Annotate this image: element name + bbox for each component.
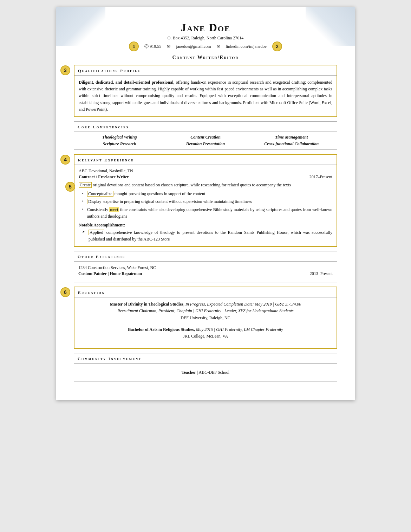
linkedin-url: linkedin.com/in/janedoe — [226, 44, 267, 49]
other-experience-header: Other Experience — [74, 251, 337, 262]
community-header: Community Involvement — [74, 353, 337, 364]
comp-item-2: Time Management — [250, 135, 333, 140]
qualifications-text: Diligent, dedicated, and detail-oriented… — [79, 79, 332, 113]
competencies-grid: Theological Writing Content Creation Tim… — [74, 132, 337, 149]
edu-line3-0: DEF University, Raleigh, NC — [181, 315, 230, 320]
notable-label: Notable Accomplishment: — [79, 223, 332, 228]
email-icon: ✉ — [167, 44, 170, 49]
qualifications-section-wrapper: 3 Qualifications Profile Diligent, dedic… — [74, 65, 337, 117]
edu-line2-0: Recruitment Chairman, President, Chaplai… — [117, 308, 293, 313]
community-text: Teacher | ABC-DEF School — [78, 367, 333, 378]
education-section-wrapper: 6 Education Master of Divinity in Theolo… — [74, 287, 337, 349]
annotation-badge-4: 4 — [60, 155, 70, 165]
relevant-experience-header: Relevant Experience — [74, 155, 337, 165]
annotation-badge-3: 3 — [60, 65, 70, 75]
conceptualize-highlight: Conceptualize — [87, 191, 113, 197]
edu-detail-1: May 2015 | GHI Fraternity, LM Chapter Fr… — [195, 327, 283, 332]
display-highlight: Display — [87, 199, 102, 204]
comp-item-5: Cross-functional Collaboration — [250, 141, 333, 147]
comp-item-3: Scripture Research — [78, 141, 161, 147]
annotation-badge-6: 6 — [60, 287, 70, 297]
edu-entry-1: Bachelor of Arts in Religious Studies, M… — [79, 326, 332, 340]
candidate-name: Jane Doe — [74, 21, 337, 34]
bullet-3: Consistently meet time constraints while… — [81, 206, 332, 220]
competencies-title: Core Competencies — [78, 125, 129, 129]
relevant-experience-content: ABC Devotional, Nashville, TN Contract /… — [74, 165, 337, 246]
other-job-title-0: Custom Painter | Home Repairman — [78, 271, 142, 276]
main-bullet-text: Create original devotions and content ba… — [79, 182, 332, 188]
comp-item-0: Theological Writing — [78, 135, 161, 140]
job-title: Content Writer/Editor — [74, 55, 337, 60]
other-experience-title: Other Experience — [78, 255, 125, 259]
qualifications-section: Qualifications Profile Diligent, dedicat… — [74, 65, 337, 117]
other-job-org-0: 1234 Construction Services, Wake Forest,… — [78, 265, 333, 270]
job-date-0: 2017–Present — [309, 174, 332, 180]
linkedin-icon: ✉ — [217, 44, 220, 49]
address-line: O. Box 4352, Raleigh, North Carolina 276… — [74, 36, 337, 41]
job-org-0: ABC Devotional, Nashville, TN — [79, 168, 332, 174]
edu-degree-0: Master of Divinity in Theological Studie… — [110, 302, 183, 307]
bullet-2: Display expertise in preparing original … — [81, 198, 332, 205]
edu-entry-0: Master of Divinity in Theological Studie… — [79, 301, 332, 321]
qualifications-content: Diligent, dedicated, and detail-oriented… — [74, 76, 337, 116]
notable-bullets: Applied comprehensive knowledge of theol… — [79, 229, 332, 243]
edu-detail-0: , In Progress, Expected Completion Date:… — [183, 302, 301, 307]
job-title-0: Contract / Freelance Writer — [79, 174, 129, 180]
create-highlight: Create — [79, 182, 92, 188]
qualifications-header: Qualifications Profile — [74, 65, 337, 76]
community-title: Community Involvement — [78, 357, 142, 361]
bullet-1: Conceptualize thought-provoking question… — [81, 191, 332, 197]
teacher-label: Teacher — [182, 370, 196, 375]
annotation-badge-2: 2 — [272, 41, 282, 51]
education-header: Education — [74, 287, 337, 297]
qual-bold: Diligent, dedicated, and detail-oriented… — [79, 80, 173, 85]
relevant-experience-section: Relevant Experience ABC Devotional, Nash… — [74, 154, 337, 247]
notable-bullet-1: Applied comprehensive knowledge of theol… — [81, 229, 332, 243]
other-job-date-0: 2013–Present — [310, 271, 333, 276]
community-org: ABC-DEF School — [198, 370, 229, 375]
edu-degree-1: Bachelor of Arts in Religious Studies, — [128, 327, 195, 332]
edu-line3-1: JKL College, McLean, VA — [183, 334, 228, 339]
comp-item-4: Devotion Presentation — [164, 141, 247, 147]
experience-bullets: Conceptualize thought-provoking question… — [79, 191, 332, 220]
comp-item-1: Content Creation — [164, 135, 247, 140]
education-content: Master of Divinity in Theological Studie… — [74, 297, 337, 348]
bullet-wrapper-with-badge: 5 Create original devotions and content … — [79, 182, 332, 220]
relevant-experience-wrapper: 4 Relevant Experience ABC Devotional, Na… — [74, 154, 337, 247]
education-section: Education Master of Divinity in Theologi… — [74, 287, 337, 349]
education-title: Education — [78, 290, 105, 295]
job-title-row-0: Contract / Freelance Writer 2017–Present — [79, 174, 332, 180]
competencies-section: Core Competencies Theological Writing Co… — [74, 121, 337, 150]
relevant-experience-title: Relevant Experience — [78, 158, 134, 162]
other-experience-content: 1234 Construction Services, Wake Forest,… — [74, 262, 337, 282]
community-section: Community Involvement Teacher | ABC-DEF … — [74, 353, 337, 382]
annotation-badge-1: 1 — [129, 41, 139, 51]
qualifications-title: Qualifications Profile — [78, 69, 141, 73]
phone: Ⓒ 919.55 — [144, 44, 161, 50]
email-address: janedoe@gmail.com — [176, 44, 211, 49]
other-job-title-row-0: Custom Painter | Home Repairman 2013–Pre… — [78, 271, 333, 276]
community-content: Teacher | ABC-DEF School — [74, 364, 337, 382]
resume-header: Jane Doe O. Box 4352, Raleigh, North Car… — [74, 21, 337, 60]
competencies-header: Core Competencies — [74, 122, 337, 132]
contact-details-line: 1 Ⓒ 919.55 ✉ janedoe@gmail.com ✉ linkedi… — [74, 41, 337, 51]
annotation-badge-5: 5 — [65, 182, 75, 192]
applied-highlight: Applied — [89, 230, 104, 235]
other-experience-section: Other Experience 1234 Construction Servi… — [74, 251, 337, 282]
meet-highlight: meet — [109, 207, 119, 212]
resume-page: Jane Doe O. Box 4352, Raleigh, North Car… — [56, 7, 355, 400]
